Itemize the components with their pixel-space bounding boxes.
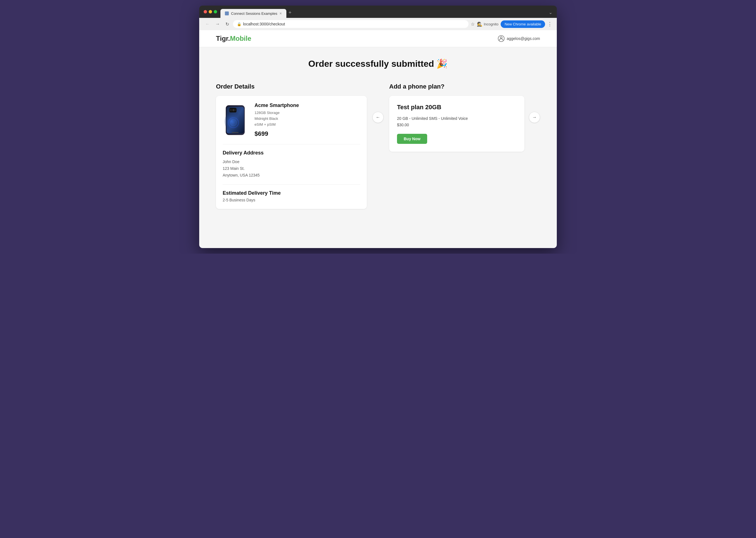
logo-text: Tigr. — [216, 35, 230, 42]
order-card: Acme Smartphone 128GB Storage Midnight B… — [216, 96, 367, 209]
incognito-label: Incognito — [484, 22, 498, 26]
user-info: aggelos@gigs.com — [498, 35, 540, 42]
address-bar[interactable]: 🔒 localhost:3000/checkout — [233, 20, 468, 28]
product-color: Midnight Black — [254, 116, 360, 122]
tab-close-button[interactable]: × — [279, 11, 282, 16]
logo-green: Mobile — [230, 35, 251, 42]
toolbar-right: ☆ 🕵️ Incognito New Chrome available ⋮ — [471, 21, 552, 28]
delivery-title: Delivery Address — [223, 150, 360, 156]
incognito-icon: 🕵️ — [477, 22, 482, 27]
close-traffic-light[interactable] — [204, 10, 207, 13]
plan-price: $30.00 — [397, 123, 516, 127]
tab-title: Connect Sessions Examples — [231, 12, 277, 16]
plan-prev-button[interactable]: ← — [372, 112, 384, 123]
browser-window: Connect Sessions Examples × + ⌄ ← → ↻ 🔒 … — [199, 6, 557, 248]
tab-list-button[interactable]: ⌄ — [549, 10, 552, 17]
site-logo: Tigr.Mobile — [216, 35, 251, 42]
svg-point-7 — [230, 109, 232, 111]
buy-now-button[interactable]: Buy Now — [397, 134, 427, 144]
active-tab[interactable]: Connect Sessions Examples × — [220, 9, 286, 18]
product-price: $699 — [254, 130, 360, 137]
svg-point-3 — [225, 111, 243, 132]
browser-toolbar: ← → ↻ 🔒 localhost:3000/checkout ☆ 🕵️ Inc… — [199, 18, 557, 30]
page-body: Order successfully submitted 🎉 Order Det… — [199, 47, 557, 220]
delivery-name: John Doe — [223, 159, 360, 165]
svg-point-9 — [235, 109, 236, 111]
user-email: aggelos@gigs.com — [507, 36, 540, 41]
browser-tabs: Connect Sessions Examples × + — [220, 9, 545, 18]
delivery-section: Delivery Address John Doe 123 Main St. A… — [223, 144, 360, 179]
bookmark-button[interactable]: ☆ — [471, 22, 475, 27]
tab-favicon — [225, 12, 229, 15]
svg-rect-10 — [232, 132, 239, 133]
order-details-column: Order Details — [216, 83, 367, 209]
back-button[interactable]: ← — [204, 21, 211, 27]
maximize-traffic-light[interactable] — [214, 10, 217, 13]
svg-point-8 — [233, 109, 235, 111]
new-tab-button[interactable]: + — [286, 10, 294, 18]
plan-features: 20 GB - Unlimited SMS - Unlimited Voice — [397, 115, 516, 122]
site-header: Tigr.Mobile aggelos@gigs.com — [199, 30, 557, 47]
delivery-street: 123 Main St. — [223, 165, 360, 172]
phone-plan-column: ← Add a phone plan? Test plan 20GB 20 GB… — [389, 83, 540, 152]
estimated-delivery-time: 2-5 Business Days — [223, 198, 360, 202]
product-row: Acme Smartphone 128GB Storage Midnight B… — [223, 102, 360, 144]
phone-plan-title: Add a phone plan? — [389, 83, 524, 90]
traffic-lights — [204, 10, 217, 17]
product-info: Acme Smartphone 128GB Storage Midnight B… — [254, 102, 360, 137]
delivery-city: Anytown, USA 12345 — [223, 172, 360, 179]
estimated-delivery-title: Estimated Delivery Time — [223, 190, 360, 196]
forward-button[interactable]: → — [214, 21, 222, 27]
new-chrome-button[interactable]: New Chrome available — [501, 21, 545, 28]
product-sim: eSIM + pSIM — [254, 122, 360, 128]
phone-image — [223, 105, 248, 135]
incognito-badge: 🕵️ Incognito — [477, 22, 498, 27]
user-avatar-icon — [498, 35, 505, 42]
lock-icon: 🔒 — [237, 22, 242, 26]
page-title: Order successfully submitted 🎉 — [216, 58, 540, 69]
page-content: Tigr.Mobile aggelos@gigs.com Order succe… — [199, 30, 557, 248]
product-storage: 128GB Storage — [254, 110, 360, 116]
url-text: localhost:3000/checkout — [243, 22, 285, 26]
estimated-delivery-section: Estimated Delivery Time 2-5 Business Day… — [223, 185, 360, 202]
plan-card: Test plan 20GB 20 GB - Unlimited SMS - U… — [389, 96, 524, 152]
minimize-traffic-light[interactable] — [209, 10, 212, 13]
svg-point-0 — [500, 36, 502, 38]
plan-next-button[interactable]: → — [529, 112, 540, 123]
plan-name: Test plan 20GB — [397, 104, 516, 111]
product-name: Acme Smartphone — [254, 102, 360, 108]
content-columns: Order Details — [216, 83, 540, 209]
browser-titlebar: Connect Sessions Examples × + ⌄ — [199, 6, 557, 18]
order-details-title: Order Details — [216, 83, 367, 90]
browser-menu-button[interactable]: ⋮ — [547, 21, 552, 27]
reload-button[interactable]: ↻ — [224, 21, 231, 28]
